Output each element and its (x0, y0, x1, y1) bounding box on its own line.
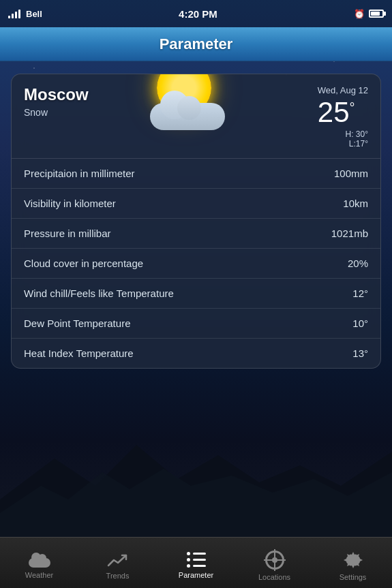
trends-tab-icon (107, 552, 129, 568)
tab-trends-label: Trends (106, 572, 130, 580)
param-value: 10km (343, 198, 368, 209)
locations-tab-icon (265, 551, 284, 570)
tab-parameter-label: Parameter (179, 571, 213, 579)
hi-lo: H: 30° L:17° (318, 129, 368, 149)
low-temp: L:17° (349, 139, 368, 149)
cloud-icon (150, 93, 225, 130)
battery-icon (369, 10, 384, 18)
status-time: 4:20 PM (179, 8, 217, 20)
temp-degree: ° (350, 101, 355, 114)
status-left: Bell (8, 9, 42, 19)
parameter-tab-icon (187, 552, 206, 568)
tab-parameter[interactable]: Parameter (157, 546, 235, 579)
page-title: Parameter (160, 35, 233, 53)
param-row: Heat Index Temperature 13° (12, 339, 380, 368)
signal-bars (8, 10, 20, 18)
tab-weather-label: Weather (25, 571, 53, 579)
header: Parameter (0, 27, 392, 61)
battery-fill (371, 12, 380, 16)
param-value: 100mm (334, 168, 368, 179)
param-row: Precipitaion in millimeter 100mm (12, 159, 380, 189)
settings-tab-icon (344, 551, 363, 570)
param-row: Cloud cover in percentage 20% (12, 249, 380, 279)
temp-value: 25 (318, 98, 350, 127)
parameter-rows: Precipitaion in millimeter 100mm Visibil… (12, 159, 380, 368)
clock-icon: ⏰ (354, 9, 365, 19)
param-label: Cloud cover in percentage (24, 258, 143, 269)
param-value: 20% (348, 258, 368, 269)
weather-tab-icon (29, 553, 50, 568)
param-label: Pressure in millibar (24, 228, 111, 239)
tab-settings[interactable]: Settings (314, 545, 392, 581)
cloud-shape (150, 103, 225, 130)
param-label: Dew Point Temperature (24, 318, 130, 329)
tab-locations[interactable]: Locations (235, 545, 314, 581)
mountains (0, 431, 392, 540)
param-value: 1021mb (331, 228, 368, 239)
param-label: Visibility in kilometer (24, 198, 116, 209)
weather-condition: Snow (24, 107, 89, 118)
tab-weather[interactable]: Weather (0, 547, 78, 579)
main-content: Moscow Snow Wed, Aug 12 25° H: 30° L:17° (0, 61, 392, 381)
date-text: Wed, Aug 12 (318, 85, 368, 95)
tab-locations-label: Locations (258, 573, 290, 581)
weather-card: Moscow Snow Wed, Aug 12 25° H: 30° L:17° (11, 74, 381, 369)
city-name: Moscow (24, 85, 89, 104)
tab-bar: Weather Trends Parameter (0, 537, 392, 588)
param-label: Heat Index Temperature (24, 347, 134, 359)
tab-trends[interactable]: Trends (78, 546, 157, 580)
tab-settings-label: Settings (340, 573, 367, 581)
current-temp: 25° (318, 98, 368, 127)
temp-info: Wed, Aug 12 25° H: 30° L:17° (318, 85, 368, 149)
param-row: Dew Point Temperature 10° (12, 309, 380, 339)
location-info: Moscow Snow (24, 85, 89, 118)
carrier-label: Bell (26, 9, 42, 19)
weather-icon (143, 74, 232, 136)
param-row: Wind chill/Feels like Temperature 12° (12, 279, 380, 309)
status-bar: Bell 4:20 PM ⏰ (0, 0, 392, 27)
high-temp: H: 30° (346, 129, 368, 139)
param-row: Pressure in millibar 1021mb (12, 219, 380, 249)
param-row: Visibility in kilometer 10km (12, 189, 380, 219)
weather-header: Moscow Snow Wed, Aug 12 25° H: 30° L:17° (12, 74, 380, 159)
param-value: 12° (352, 288, 368, 299)
param-value: 13° (352, 347, 368, 359)
param-label: Precipitaion in millimeter (24, 168, 135, 179)
param-label: Wind chill/Feels like Temperature (24, 288, 174, 299)
status-right: ⏰ (354, 9, 384, 19)
param-value: 10° (352, 318, 368, 329)
